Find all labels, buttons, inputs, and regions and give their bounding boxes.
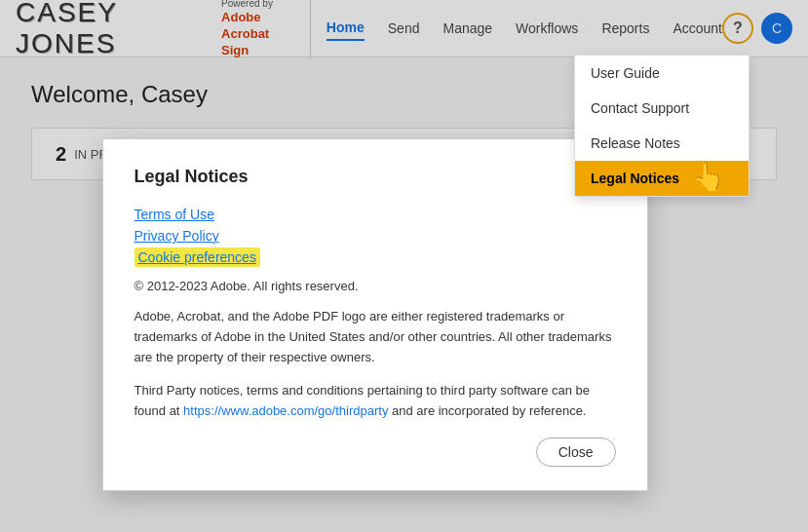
cookie-preferences-link[interactable]: Cookie preferences: [135, 249, 616, 265]
modal-body-2: Third Party notices, terms and condition…: [135, 381, 616, 422]
modal-links: Terms of Use Privacy Policy Cookie prefe…: [135, 207, 616, 265]
cursor-pointer-icon: 👆: [691, 164, 725, 191]
cookie-preferences-text: Cookie preferences: [135, 247, 260, 267]
dropdown-release-notes[interactable]: Release Notes: [575, 126, 749, 161]
dropdown-user-guide[interactable]: User Guide: [575, 56, 749, 91]
close-button[interactable]: Close: [536, 437, 616, 467]
third-party-link[interactable]: https://www.adobe.com/go/thirdparty: [183, 403, 388, 418]
modal-body-1: Adobe, Acrobat, and the Adobe PDF logo a…: [135, 307, 616, 367]
modal-body-2-post: and are incorporated by reference.: [392, 403, 586, 418]
copyright-text: © 2012-2023 Adobe. All rights reserved.: [135, 279, 616, 293]
modal-title: Legal Notices: [135, 167, 616, 187]
terms-of-use-link[interactable]: Terms of Use: [135, 207, 616, 222]
legal-notices-modal: Legal Notices Terms of Use Privacy Polic…: [102, 138, 648, 491]
privacy-policy-link[interactable]: Privacy Policy: [135, 228, 616, 244]
dropdown-contact-support[interactable]: Contact Support: [575, 91, 749, 126]
modal-footer: Close: [135, 437, 616, 467]
